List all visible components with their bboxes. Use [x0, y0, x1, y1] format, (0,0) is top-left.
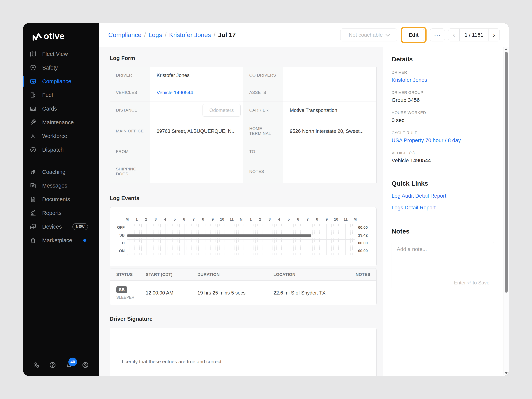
- sidebar-item-cards[interactable]: Cards: [23, 102, 99, 115]
- hour-label: 4: [161, 217, 169, 222]
- hour-label: 10: [332, 217, 340, 222]
- scrollbar-thumb[interactable]: [505, 52, 508, 293]
- edit-button-highlight-ring: Edit: [401, 27, 427, 43]
- home-terminal-value: 9526 North Interstate 20, Sweet...: [283, 119, 376, 143]
- sidebar-item-workforce[interactable]: Workforce: [23, 129, 99, 143]
- sidebar-item-fuel[interactable]: Fuel: [23, 88, 99, 102]
- hour-label: M: [123, 217, 131, 222]
- logo-text: otive: [44, 31, 65, 41]
- compliance-icon: [30, 78, 37, 85]
- devices-icon: [30, 223, 37, 230]
- details-driver-link[interactable]: Kristofer Jones: [392, 77, 427, 83]
- pager-position[interactable]: 1 / 1161: [459, 29, 488, 41]
- map-icon: [30, 51, 37, 57]
- breadcrumb-current-date: Jul 17: [218, 31, 236, 38]
- hour-label: M: [351, 217, 359, 222]
- hour-label: 6: [180, 217, 188, 222]
- log-detail-main: Log Form DRIVER Kristofer Jones CO DRIVE…: [99, 47, 383, 376]
- page-header: Compliance / Logs / Kristofer Jones / Ju…: [99, 23, 509, 47]
- panel-divider: [392, 172, 494, 172]
- hour-label: N: [237, 217, 245, 222]
- hour-label: 7: [304, 217, 312, 222]
- certify-text: I certify that these entries are true an…: [122, 359, 223, 365]
- sidebar-item-coaching[interactable]: Coaching: [23, 165, 99, 179]
- user-settings-icon[interactable]: [33, 361, 40, 369]
- bell-icon[interactable]: 40: [65, 361, 73, 369]
- sidebar-item-documents[interactable]: Documents: [23, 192, 99, 206]
- pager-prev-button[interactable]: ‹: [448, 31, 459, 39]
- sidebar-item-fleet-view[interactable]: Fleet View: [23, 47, 99, 61]
- hour-label: 9: [323, 217, 331, 222]
- pager-next-button[interactable]: ›: [488, 31, 500, 39]
- table-row[interactable]: SB SLEEPER 12:00:00 AM 19 hrs 25 mins 5 …: [110, 281, 376, 305]
- sidebar-item-maintenance[interactable]: Maintenance: [23, 115, 99, 129]
- edit-button[interactable]: Edit: [403, 29, 424, 41]
- note-placeholder: Add a note...: [397, 246, 427, 252]
- hos-row-off: [127, 224, 355, 232]
- signature-card: I certify that these entries are true an…: [110, 328, 377, 376]
- more-actions-button[interactable]: ⋯: [430, 28, 445, 41]
- sidebar-item-devices[interactable]: Devices NEW: [23, 220, 99, 234]
- carrier-value: Motive Transportation: [283, 101, 376, 119]
- hour-label: 3: [266, 217, 274, 222]
- sidebar: otive Fleet View Safety Compliance Fuel …: [23, 23, 99, 376]
- sidebar-item-messages[interactable]: Messages: [23, 179, 99, 192]
- log-form-table: DRIVER Kristofer Jones CO DRIVERS VEHICL…: [110, 67, 377, 183]
- hour-label: 9: [209, 217, 217, 222]
- shield-icon: [30, 64, 37, 71]
- sidebar-item-reports[interactable]: Reports: [23, 206, 99, 220]
- hour-label: 11: [228, 217, 236, 222]
- bar-chart-icon: [30, 209, 37, 216]
- hour-label: 8: [313, 217, 321, 222]
- new-badge: NEW: [72, 223, 88, 230]
- hour-label: 3: [152, 217, 160, 222]
- hour-label: 2: [256, 217, 264, 222]
- wrench-icon: [30, 119, 37, 126]
- event-start: 12:00:00 AM: [146, 290, 197, 296]
- details-cycle-rule-link[interactable]: USA Property 70 hour / 8 day: [392, 137, 461, 143]
- breadcrumb-driver[interactable]: Kristofer Jones: [169, 31, 211, 38]
- event-duration: 19 hrs 25 mins 5 secs: [197, 290, 273, 296]
- logs-detail-report-link[interactable]: Logs Detail Report: [392, 205, 494, 211]
- hos-row-d: [127, 239, 355, 247]
- account-icon[interactable]: [82, 361, 89, 369]
- sidebar-item-marketplace[interactable]: Marketplace: [23, 234, 99, 247]
- log-form-title: Log Form: [110, 55, 377, 61]
- note-input[interactable]: Add a note... Enter ↵ to Save: [392, 242, 494, 289]
- sidebar-footer: 40: [23, 361, 99, 369]
- breadcrumb-logs[interactable]: Logs: [148, 31, 162, 38]
- hour-label: 5: [285, 217, 293, 222]
- breadcrumb-compliance[interactable]: Compliance: [108, 31, 141, 38]
- hour-label: 4: [275, 217, 283, 222]
- hour-label: 11: [342, 217, 350, 222]
- log-audit-detail-report-link[interactable]: Log Audit Detail Report: [392, 193, 494, 199]
- log-pager: ‹ 1 / 1161 ›: [448, 28, 500, 41]
- scroll-up-arrow[interactable]: [505, 48, 507, 50]
- vehicle-link[interactable]: Vehicle 1490544: [157, 90, 193, 95]
- odometers-button[interactable]: Odometers: [203, 104, 241, 116]
- sidebar-item-compliance[interactable]: Compliance: [23, 75, 99, 88]
- note-save-hint: Enter ↵ to Save: [454, 280, 489, 286]
- hour-label: 8: [199, 217, 207, 222]
- quick-links-title: Quick Links: [392, 180, 494, 187]
- details-panel: Details DRIVER Kristofer Jones DRIVER GR…: [383, 47, 509, 376]
- details-title: Details: [392, 56, 494, 63]
- credit-card-icon: [30, 105, 37, 112]
- chevron-down-icon: [386, 32, 390, 37]
- log-events-table: STATUS START (CDT) DURATION LOCATION NOT…: [110, 268, 377, 305]
- scroll-down-arrow[interactable]: [505, 372, 507, 374]
- help-icon[interactable]: [49, 361, 56, 369]
- person-icon: [30, 133, 37, 139]
- hour-label: 5: [171, 217, 179, 222]
- page-scrollbar[interactable]: [504, 47, 509, 375]
- hour-label: 2: [142, 217, 150, 222]
- hos-grid: [127, 224, 355, 255]
- sidebar-item-dispatch[interactable]: Dispatch: [23, 143, 99, 157]
- hos-row-sb: [127, 232, 355, 239]
- hos-hour-labels: M1234567891011N1234567891011M: [127, 217, 355, 222]
- document-icon: [30, 196, 37, 203]
- coachable-dropdown[interactable]: Not coachable: [340, 28, 397, 41]
- notification-dot: [83, 239, 86, 242]
- sidebar-item-safety[interactable]: Safety: [23, 61, 99, 75]
- chat-icon: [30, 182, 37, 189]
